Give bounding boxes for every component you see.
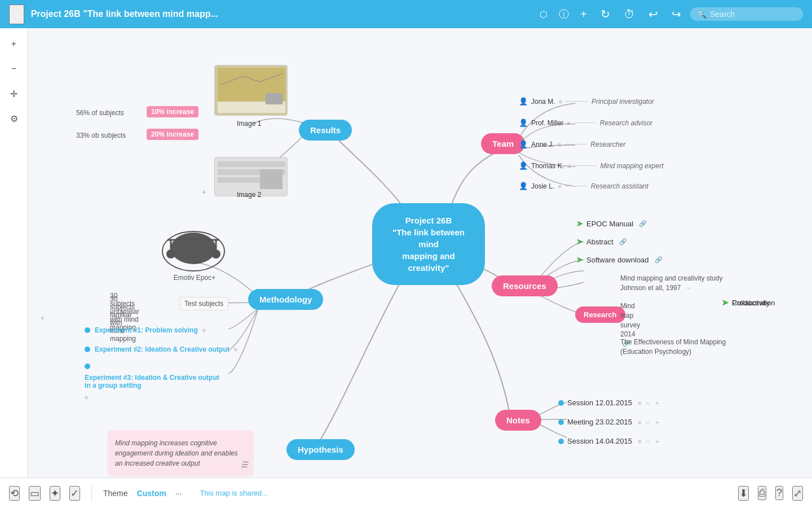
title-dropdown-icon[interactable]: ⬡ xyxy=(540,9,548,20)
add-subjects-button[interactable]: + xyxy=(41,314,45,322)
note-icon: ≡ xyxy=(638,400,641,406)
person-icon: 👤 xyxy=(519,161,528,170)
arrow-icon: ➤ xyxy=(576,219,583,228)
note-dot xyxy=(558,400,564,406)
team-member-jona: 👤 Jona M. ≡ Principal investigator xyxy=(519,97,654,106)
research-node[interactable]: Research xyxy=(575,306,625,323)
note-meeting[interactable]: Meeting 23.02.2015 ≡ ○ + xyxy=(558,418,659,426)
hypothesis-box: Mind mapping increases cognitive engagem… xyxy=(107,430,254,476)
print-button[interactable]: ⎙ xyxy=(758,486,766,500)
exp1-dot xyxy=(85,327,90,333)
check-button[interactable]: ✓ xyxy=(69,486,80,501)
badge-20: 20% increase xyxy=(147,129,198,140)
experiment-2[interactable]: Experiment #2: Ideation & Creative outpu… xyxy=(85,345,237,353)
plus-note[interactable]: + xyxy=(655,438,659,445)
redo2-button[interactable]: ↪ xyxy=(667,5,686,23)
person-icon: 👤 xyxy=(519,182,528,190)
image1-svg xyxy=(215,65,287,116)
note-icon: ≡ xyxy=(638,419,641,426)
add-button[interactable]: + xyxy=(576,6,592,23)
search-input[interactable] xyxy=(710,10,789,19)
zoom-out-button[interactable]: − xyxy=(5,60,23,78)
notes-node[interactable]: Notes xyxy=(495,410,541,431)
help-button[interactable]: ? xyxy=(775,486,783,500)
page-title: Project 26B "The link between mind mapp.… xyxy=(31,9,531,19)
wand-button[interactable]: ✦ xyxy=(50,486,60,501)
team-member-anne: 👤 Anne J. ≡ Researcher xyxy=(519,140,625,148)
research-ref1: Mind mapping and creativity study Johnso… xyxy=(620,274,725,293)
custom-label[interactable]: Custom xyxy=(137,489,166,498)
subjects-familiar: 30 subjects familiar with mind mapping xyxy=(110,295,136,343)
emotiv-label: Emotiv Epoc+ xyxy=(158,274,231,282)
search-box[interactable]: 🔍 xyxy=(690,7,803,21)
experiment-3[interactable]: Experiment #3: Ideation & Creative outpu… xyxy=(85,364,220,401)
settings-button[interactable]: ⚙ xyxy=(5,110,23,128)
zoom-in-button[interactable]: + xyxy=(5,35,23,53)
exp3-dot xyxy=(85,364,90,369)
search-icon: 🔍 xyxy=(697,10,707,19)
center-node[interactable]: Project 26B "The link between mind mappi… xyxy=(372,203,485,285)
hypothesis-icon: ☰ xyxy=(241,459,248,471)
add-image-button[interactable]: + xyxy=(202,187,206,196)
team-member-thomas: 👤 Thomas K. ≡ Mind mapping expert xyxy=(519,161,664,170)
topbar: ‹ Project 26B "The link between mind map… xyxy=(0,0,812,28)
link-icon: 🔗 xyxy=(639,220,647,227)
survey-container: Mind map survey 2014 → xyxy=(620,301,629,312)
shared-text: This map is shared... xyxy=(200,489,268,497)
stat-56: 56% of subjects xyxy=(76,109,124,117)
collaboration-item: ➤ Collaboration xyxy=(722,298,775,307)
link-icon: 🔗 xyxy=(655,256,663,264)
note-dot xyxy=(558,419,564,425)
plus-note[interactable]: + xyxy=(655,400,659,406)
note-session1[interactable]: Session 12.01.2015 ≡ ○ + xyxy=(558,398,659,407)
resource-abstract[interactable]: ➤ Abstract 🔗 xyxy=(576,237,627,246)
shared-link[interactable]: shared... xyxy=(239,489,268,497)
image2-label: Image 2 xyxy=(237,191,261,199)
link-icon: 🔗 xyxy=(619,238,627,246)
bottombar: ⟲ ▭ ✦ ✓ Theme Custom ··· This map is sha… xyxy=(0,478,812,508)
redo-button[interactable]: ↻ xyxy=(596,5,615,23)
effectiveness-ref: The Effectiveness of Mind Mapping (Educa… xyxy=(620,338,733,348)
expand-button[interactable]: ⤢ xyxy=(792,486,803,501)
clock-button[interactable]: ⏱ xyxy=(619,6,639,23)
separator xyxy=(91,485,92,502)
note-session2[interactable]: Session 14.04.2015 ≡ ○ + xyxy=(558,437,659,445)
image1-thumb[interactable] xyxy=(214,65,288,116)
svg-point-15 xyxy=(211,249,220,259)
circle-icon: ○ xyxy=(646,419,650,426)
back-button[interactable]: ‹ xyxy=(9,5,24,24)
results-node[interactable]: Results xyxy=(299,120,352,141)
arrow-small: → xyxy=(685,284,691,291)
canvas[interactable]: Project 26B "The link between mind mappi… xyxy=(28,28,812,478)
team-member-josie: 👤 Josie L. ≡ Research assistant xyxy=(519,182,648,190)
svg-rect-8 xyxy=(218,161,285,167)
svg-point-14 xyxy=(166,249,175,259)
plus-note[interactable]: + xyxy=(655,419,659,426)
emotiv-device xyxy=(157,223,230,274)
note-icon: ≡ xyxy=(638,438,641,445)
arrow-icon: ➤ xyxy=(576,255,583,264)
arrow-icon: ➤ xyxy=(576,237,583,246)
monitor-button[interactable]: ▭ xyxy=(29,486,41,501)
hypothesis-node[interactable]: Hypothesis xyxy=(286,439,355,460)
badge-10: 10% increase xyxy=(147,106,198,117)
resource-software[interactable]: ➤ Software download 🔗 xyxy=(576,255,663,264)
svg-rect-6 xyxy=(266,93,283,104)
custom-dots[interactable]: ··· xyxy=(175,489,182,498)
experiment-1[interactable]: Experiment #1: Problem solving ≡ xyxy=(85,326,206,334)
svg-rect-11 xyxy=(260,169,283,189)
download-button[interactable]: ⬇ xyxy=(738,486,749,501)
circle-icon: ○ xyxy=(646,438,650,445)
info-icon[interactable]: ⓘ xyxy=(559,7,569,21)
history-button[interactable]: ⟲ xyxy=(9,486,20,501)
methodology-node[interactable]: Methodology xyxy=(248,289,323,310)
left-sidebar: + − ✛ ⚙ xyxy=(0,28,28,478)
undo-button[interactable]: ↩ xyxy=(644,5,663,23)
svg-rect-10 xyxy=(218,177,263,183)
resource-epoc[interactable]: ➤ EPOC Manual 🔗 xyxy=(576,219,647,228)
crosshair-button[interactable]: ✛ xyxy=(5,85,23,103)
bottombar-right: ⬇ ⎙ ? ⤢ xyxy=(738,486,803,501)
resources-node[interactable]: Resources xyxy=(492,275,558,296)
svg-point-13 xyxy=(171,233,216,264)
stat-33: 33% ob subjects xyxy=(76,132,126,139)
